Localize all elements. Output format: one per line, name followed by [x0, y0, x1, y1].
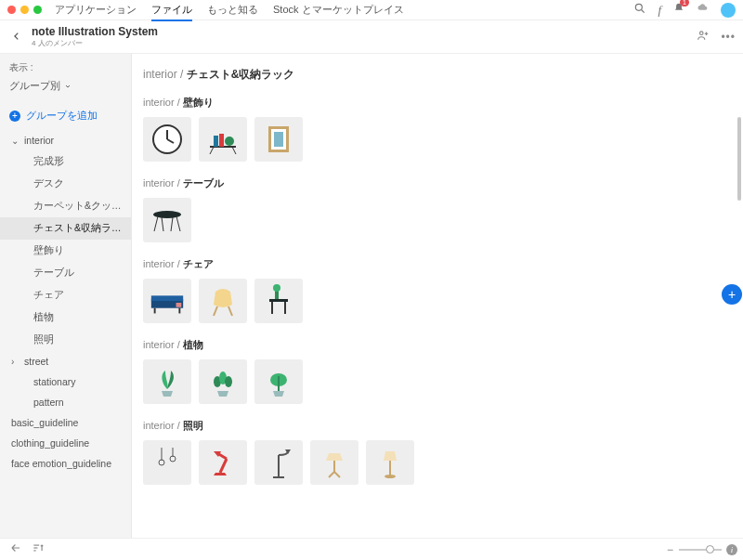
chevron-icon: ⌄	[11, 136, 19, 146]
sidebar-item[interactable]: チェア	[0, 284, 131, 306]
view-label: 表示 :	[0, 54, 131, 78]
add-group-label: グループを追加	[26, 110, 98, 123]
main-menu: アプリケーションファイルもっと知るStock とマーケットプレイス	[55, 3, 404, 17]
svg-rect-16	[274, 132, 283, 147]
menu-0[interactable]: アプリケーション	[55, 3, 137, 17]
back-button[interactable]	[7, 31, 26, 44]
svg-line-9	[210, 147, 214, 154]
svg-point-33	[273, 284, 280, 292]
svg-point-36	[225, 376, 232, 387]
chevron-down-icon	[64, 83, 72, 90]
sidebar-item[interactable]: デスク	[0, 173, 131, 195]
asset-tile-lamp-floor[interactable]	[254, 440, 303, 485]
avatar[interactable]	[721, 3, 736, 18]
section-heading: interior / テーブル	[143, 173, 732, 198]
add-group-button[interactable]: + グループを追加	[0, 102, 131, 130]
svg-rect-29	[269, 299, 288, 302]
svg-rect-24	[176, 303, 182, 307]
zoom-out-button[interactable]: −	[667, 543, 673, 556]
svg-line-47	[329, 472, 334, 477]
more-icon[interactable]: •••	[721, 31, 736, 44]
info-icon[interactable]: i	[726, 544, 737, 555]
content-area: interior / チェスト&収納ラックinterior / 壁飾りinter…	[132, 54, 743, 538]
asset-tile-lamp-red[interactable]	[199, 440, 247, 485]
menu-2[interactable]: もっと知る	[207, 3, 258, 17]
sidebar-item[interactable]: stationary	[0, 371, 131, 392]
view-mode-select[interactable]: グループ別	[0, 78, 131, 102]
svg-point-13	[225, 137, 234, 146]
sidebar-item[interactable]: face emotion_guideline	[0, 453, 131, 474]
svg-line-27	[214, 306, 217, 316]
sidebar: 表示 : グループ別 + グループを追加 ⌄interior完成形デスクカーペッ…	[0, 54, 132, 538]
menu-1[interactable]: ファイル	[151, 3, 192, 21]
zoom-slider[interactable]	[679, 549, 722, 551]
min-dot[interactable]	[20, 6, 29, 14]
export-icon[interactable]	[9, 541, 22, 557]
svg-line-19	[176, 216, 180, 231]
asset-tile-sofa[interactable]	[143, 279, 191, 323]
search-icon[interactable]	[633, 2, 646, 18]
section-heading: interior / 植物	[143, 334, 732, 359]
window-controls[interactable]	[7, 6, 42, 14]
share-icon[interactable]	[697, 29, 710, 45]
scrollbar-thumb[interactable]	[737, 117, 741, 201]
svg-line-1	[642, 10, 645, 13]
sidebar-item[interactable]: 壁飾り	[0, 240, 131, 262]
svg-line-10	[232, 147, 236, 154]
svg-line-21	[171, 217, 173, 231]
asset-tile-lamp-shade1[interactable]	[310, 440, 358, 485]
sidebar-item[interactable]: 照明	[0, 329, 131, 351]
svg-rect-12	[219, 134, 224, 147]
sidebar-item[interactable]: カーペット&クッシ...	[0, 195, 131, 217]
sidebar-item[interactable]: チェスト&収納ラック	[0, 217, 131, 240]
asset-tile-chair-yellow[interactable]	[199, 279, 247, 323]
sidebar-item[interactable]: 植物	[0, 306, 131, 329]
asset-tile-clock[interactable]	[143, 117, 191, 162]
asset-tile-lamp-shade2[interactable]	[366, 440, 414, 485]
svg-line-42	[220, 459, 227, 473]
asset-tile-frame[interactable]	[254, 117, 303, 162]
chevron-icon: ›	[11, 357, 19, 367]
svg-point-2	[700, 32, 704, 35]
sidebar-item[interactable]: basic_guideline	[0, 412, 131, 433]
plus-icon: +	[9, 111, 20, 122]
font-icon[interactable]: f	[658, 3, 661, 18]
asset-tile-shelf[interactable]	[199, 117, 247, 162]
fab-add-button[interactable]: +	[722, 284, 742, 305]
bell-icon[interactable]: 1	[672, 2, 685, 18]
svg-point-50	[385, 475, 396, 478]
sort-icon[interactable]	[32, 541, 45, 557]
svg-line-20	[162, 217, 163, 231]
svg-rect-11	[214, 136, 218, 147]
sidebar-item[interactable]: ⌄interior	[0, 130, 131, 150]
max-dot[interactable]	[33, 6, 42, 14]
sidebar-item[interactable]: clothing_guideline	[0, 433, 131, 453]
sidebar-item[interactable]: ›street	[0, 351, 131, 371]
section-heading: interior / チェア	[143, 254, 732, 279]
svg-point-0	[636, 4, 643, 10]
sidebar-item[interactable]: 完成形	[0, 150, 131, 173]
svg-line-18	[154, 216, 158, 231]
asset-tile-plant-b[interactable]	[199, 359, 247, 404]
close-dot[interactable]	[7, 6, 16, 14]
asset-tile-table[interactable]	[143, 198, 191, 242]
sidebar-item[interactable]: pattern	[0, 392, 131, 412]
asset-tile-side-table[interactable]	[254, 279, 303, 323]
asset-tile-plant-c[interactable]	[254, 359, 303, 404]
project-members: 4 人のメンバー	[32, 38, 158, 48]
svg-line-28	[228, 306, 232, 316]
asset-tile-lamp-hang[interactable]	[143, 440, 191, 485]
section-heading: interior / チェスト&収納ラック	[143, 59, 732, 86]
cloud-icon[interactable]	[697, 2, 710, 18]
svg-line-48	[334, 472, 340, 477]
project-title: note Illustration System	[32, 25, 158, 38]
svg-rect-23	[151, 295, 183, 301]
notif-badge: 1	[680, 0, 689, 7]
section-heading: interior / 壁飾り	[143, 92, 732, 117]
sidebar-item[interactable]: テーブル	[0, 262, 131, 284]
view-mode-value: グループ別	[9, 80, 60, 93]
menu-3[interactable]: Stock とマーケットプレイス	[273, 3, 404, 17]
section-heading: interior / 照明	[143, 415, 732, 440]
asset-tile-plant-a[interactable]	[143, 359, 191, 404]
